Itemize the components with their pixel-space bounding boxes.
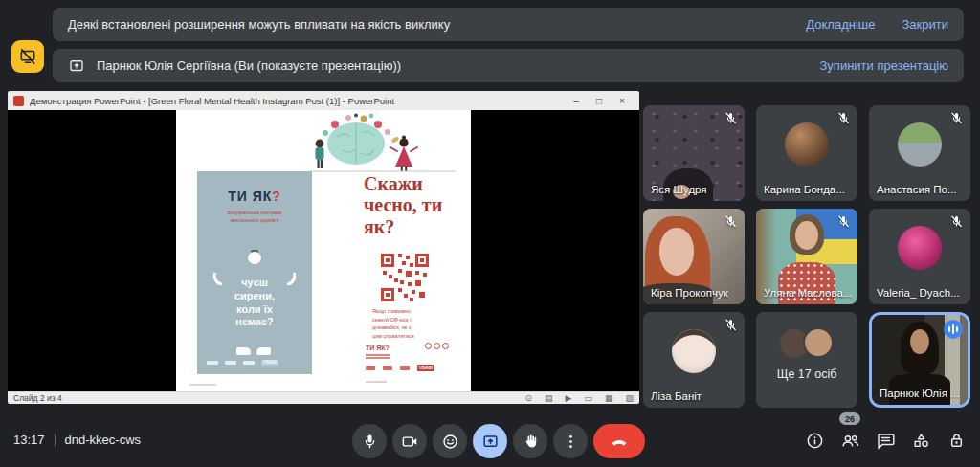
audio-indicator [944, 320, 963, 339]
camera-icon [401, 433, 419, 451]
presentation-canvas: ТИ ЯК? Всеукраїнська програма ментальног… [8, 110, 639, 391]
participant-name: Уляна Маслова... [764, 287, 852, 299]
details-link[interactable]: Докладніше [806, 17, 875, 32]
info-button[interactable] [805, 431, 825, 451]
participant-name: Ліза Баніт [651, 390, 702, 402]
meet-window: Деякі встановлені розширення можуть впли… [0, 0, 980, 467]
notification-text: Деякі встановлені розширення можуть впли… [68, 17, 450, 32]
maximize-button[interactable]: □ [588, 96, 611, 106]
powerpoint-icon [13, 96, 24, 106]
participant-tile-karina[interactable]: Карина Бонда... [756, 105, 858, 201]
notes-view-icon[interactable]: ⊙ [524, 393, 532, 403]
more-options-button[interactable] [553, 424, 588, 458]
mic-off-icon [836, 111, 851, 125]
participant-name: Анастасия По... [877, 184, 957, 195]
reactions-button[interactable] [433, 424, 467, 458]
call-controls [352, 424, 645, 458]
mic-icon [361, 433, 379, 451]
window-title: Демонстрация PowerPoint - [Green Floral … [30, 96, 559, 106]
usaid-logo: USAID [417, 365, 434, 371]
participant-tile-anastasiya[interactable]: Анастасия По... [869, 105, 970, 201]
presenter-text: Парнюк Юлія Сергіївна (Ви (показуєте пре… [97, 58, 401, 73]
slide-headline: Скажи чесно, ти як? [364, 173, 463, 237]
normal-view-icon[interactable]: ▭ [584, 393, 592, 403]
notification-banner-extensions: Деякі встановлені розширення можуть впли… [53, 8, 964, 41]
close-button[interactable]: × [611, 96, 634, 106]
poster-logos: USAID [207, 360, 302, 366]
poster-banner: ТИ ЯК? Всеукраїнська програма ментальног… [197, 171, 312, 374]
mic-off-icon [724, 214, 738, 229]
sorter-view-icon[interactable]: ▦ [605, 393, 613, 403]
panel-buttons [805, 431, 967, 451]
stop-presentation-link[interactable]: Зупинити презентацію [820, 58, 948, 73]
avatar [898, 226, 942, 270]
poster-question: чуєш сирени, коли їх немає? [197, 277, 312, 329]
close-link[interactable]: Закрити [902, 17, 948, 32]
chat-button[interactable] [876, 431, 896, 451]
mic-off-icon [949, 111, 964, 125]
usaid-logo: USAID [261, 360, 278, 366]
present-icon [68, 57, 85, 75]
participant-tile-valeria[interactable]: Valeria_ Dyach... [869, 209, 970, 304]
meeting-meta: 13:17 dnd-kkec-cws [13, 433, 141, 447]
presentation-banner: Парнюк Юлія Сергіївна (Ви (показуєте пре… [53, 49, 964, 82]
powerpoint-titlebar: Демонстрация PowerPoint - [Green Floral … [8, 91, 639, 110]
activities-button[interactable] [911, 431, 931, 451]
slide-watermark [366, 381, 387, 383]
host-controls-button[interactable] [947, 431, 967, 451]
footer-logos-row: USAID [366, 365, 463, 371]
avatar [785, 122, 829, 167]
participant-tile-ulyana[interactable]: Уляна Маслова... [756, 209, 858, 304]
camera-button[interactable] [392, 424, 427, 458]
participant-name: Кіра Прокопчук [651, 287, 728, 299]
present-button-active[interactable] [473, 424, 507, 458]
brain-illustration [260, 112, 457, 173]
shared-screen: Демонстрация PowerPoint - [Green Floral … [8, 91, 639, 404]
poster-title: ТИ ЯК? [197, 189, 312, 204]
avatar [898, 122, 942, 167]
present-screen-icon [481, 433, 500, 451]
powerpoint-statusbar: Слайд 2 из 4 ⊙ ▤ ▶ ▭ ▦ ▨ [8, 391, 639, 404]
mic-off-icon [949, 214, 964, 229]
screen-slash-icon [18, 47, 37, 66]
reading-view-icon[interactable]: ▨ [625, 393, 634, 403]
warning-badge[interactable] [11, 40, 44, 73]
people-button[interactable] [840, 431, 860, 451]
footer-brand: ТИ ЯК? [366, 345, 390, 351]
participant-tile-liza[interactable]: Ліза Баніт [643, 312, 745, 408]
clock: 13:17 [13, 433, 45, 447]
qr-caption: Якщо тривожно, скануй QR-код і дізнавайс… [372, 307, 449, 340]
smiley-icon [441, 433, 459, 451]
footer-brand-lines [366, 354, 390, 360]
slide-counter: Слайд 2 из 4 [13, 393, 62, 403]
poster-subtitle: Всеукраїнська програма ментального здоро… [197, 210, 312, 224]
participant-tile-parnyuk-self[interactable]: Парнюк Юлія ... [869, 312, 970, 408]
minimize-button[interactable]: – [565, 96, 588, 106]
overflow-avatars [780, 327, 834, 360]
raise-hand-button[interactable] [513, 424, 547, 458]
participant-name: Яся Шудря [651, 184, 707, 195]
slideshow-view-icon[interactable]: ▶ [566, 393, 572, 403]
comments-view-icon[interactable]: ▤ [545, 393, 553, 403]
figure-head [248, 252, 261, 264]
more-vert-icon [562, 433, 580, 451]
participants-grid: Яся Шудря Карина Бонда... Анастасия По..… [643, 105, 970, 408]
qr-code [381, 254, 429, 301]
end-call-button[interactable] [593, 424, 645, 458]
meeting-code: dnd-kkec-cws [65, 433, 141, 447]
phone-down-icon [609, 431, 630, 452]
slide-watermark [189, 384, 216, 386]
mic-button[interactable] [352, 424, 387, 458]
participant-tile-yasya[interactable]: Яся Шудря [643, 105, 745, 201]
participant-name: Valeria_ Dyach... [877, 287, 960, 299]
hand-icon [522, 433, 540, 451]
overflow-tile[interactable]: Ще 17 осіб [756, 312, 858, 408]
participant-name: Парнюк Юлія ... [880, 388, 960, 399]
mic-off-icon [724, 111, 738, 125]
figure-shoe [256, 347, 271, 355]
mic-off-icon [724, 318, 738, 332]
footer-circles-logo [425, 343, 449, 349]
figure-shoe [236, 347, 251, 355]
participant-tile-kira[interactable]: Кіра Прокопчук [643, 209, 745, 304]
avatar [672, 329, 716, 373]
